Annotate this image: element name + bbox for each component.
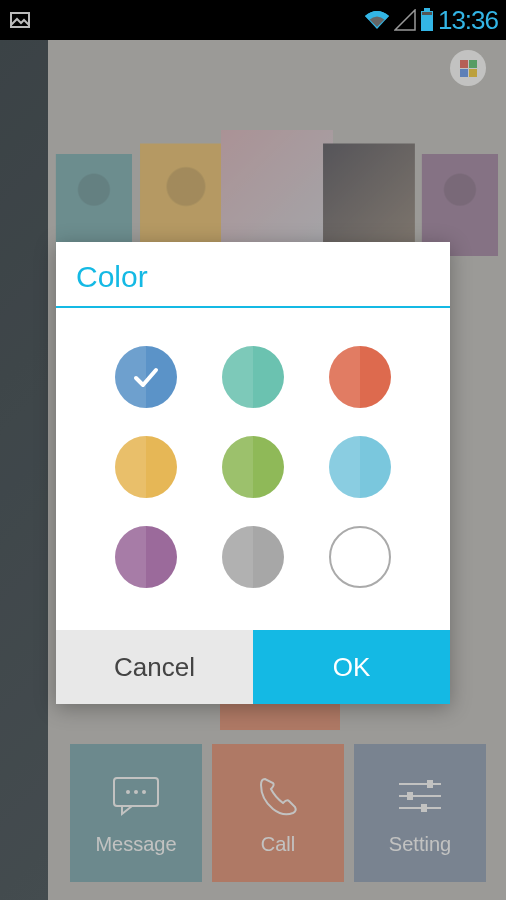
svg-rect-2	[424, 8, 430, 11]
svg-rect-0	[11, 13, 29, 27]
color-swatch-7[interactable]	[222, 526, 284, 588]
color-swatch-6[interactable]	[115, 526, 177, 588]
color-swatch-3[interactable]	[115, 436, 177, 498]
svg-rect-3	[422, 12, 432, 15]
signal-icon	[394, 9, 416, 31]
status-bar: 13:36	[0, 0, 506, 40]
color-swatch-4[interactable]	[222, 436, 284, 498]
clock: 13:36	[438, 5, 498, 36]
color-dialog: Color Cancel OK	[56, 242, 450, 704]
dialog-title: Color	[56, 242, 450, 308]
wifi-icon	[364, 9, 390, 31]
color-swatch-2[interactable]	[329, 346, 391, 408]
battery-icon	[420, 8, 434, 32]
color-swatch-1[interactable]	[222, 346, 284, 408]
color-swatch-grid	[56, 308, 450, 630]
checkmark-icon	[115, 346, 177, 408]
color-swatch-0[interactable]	[115, 346, 177, 408]
picture-icon	[8, 8, 32, 32]
color-swatch-8[interactable]	[329, 526, 391, 588]
cancel-button[interactable]: Cancel	[56, 630, 253, 704]
ok-button[interactable]: OK	[253, 630, 450, 704]
color-swatch-5[interactable]	[329, 436, 391, 498]
dialog-button-row: Cancel OK	[56, 630, 450, 704]
